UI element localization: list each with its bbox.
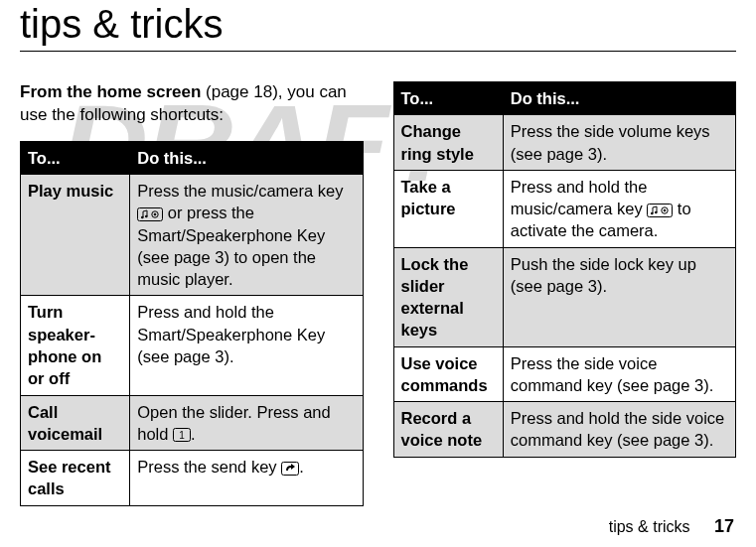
intro-bold: From the home screen bbox=[20, 82, 201, 101]
cell-to: Call voicemail bbox=[21, 395, 130, 451]
shortcuts-table-left: To... Do this... Play musicPress the mus… bbox=[20, 141, 364, 506]
page-title: tips & tricks bbox=[20, 0, 736, 52]
svg-text:1: 1 bbox=[179, 430, 185, 441]
send-key-icon bbox=[281, 462, 299, 476]
th-do: Do this... bbox=[503, 82, 735, 115]
table-row: Use voice commandsPress the side voice c… bbox=[393, 346, 736, 402]
svg-point-4 bbox=[154, 213, 157, 216]
right-column: To... Do this... Change ring stylePress … bbox=[393, 81, 737, 506]
cell-to: Change ring style bbox=[393, 115, 503, 171]
cell-do: Press the send key . bbox=[130, 451, 363, 506]
table-row: Play musicPress the music/camera key or … bbox=[21, 175, 364, 296]
svg-point-12 bbox=[664, 208, 667, 211]
cell-do: Press and hold the side voice command ke… bbox=[503, 402, 735, 458]
table-row: See recent callsPress the send key . bbox=[21, 451, 364, 506]
music-camera-icon bbox=[647, 204, 673, 217]
table-row: Change ring stylePress the side volume k… bbox=[393, 115, 736, 171]
table-row: Turn speaker-phone on or offPress and ho… bbox=[21, 296, 364, 395]
svg-point-1 bbox=[141, 216, 144, 219]
cell-to: Turn speaker-phone on or off bbox=[21, 296, 130, 395]
svg-point-10 bbox=[655, 210, 658, 213]
cell-to: Record a voice note bbox=[393, 402, 503, 458]
svg-rect-0 bbox=[138, 208, 163, 221]
th-do: Do this... bbox=[130, 141, 363, 174]
svg-point-2 bbox=[145, 215, 148, 218]
key-1-icon: 1 bbox=[173, 428, 191, 442]
cell-do: Press the side volume keys (see page 3). bbox=[503, 115, 735, 171]
intro-text: From the home screen (page 18), you can … bbox=[20, 81, 364, 127]
cell-do: Press the music/camera key or press the … bbox=[130, 175, 363, 296]
table-row: Lock the slider external keysPush the si… bbox=[393, 247, 736, 346]
left-column: From the home screen (page 18), you can … bbox=[20, 81, 364, 506]
shortcuts-table-right: To... Do this... Change ring stylePress … bbox=[393, 81, 737, 458]
music-camera-icon bbox=[137, 207, 163, 221]
footer-page-number: 17 bbox=[714, 516, 734, 536]
table-row: Record a voice notePress and hold the si… bbox=[393, 402, 736, 458]
table-row: Call voicemailOpen the slider. Press and… bbox=[21, 395, 364, 451]
th-to: To... bbox=[393, 82, 503, 115]
cell-to: See recent calls bbox=[21, 451, 130, 506]
table-row: Take a picturePress and hold the music/c… bbox=[393, 170, 736, 247]
page-footer: tips & tricks 17 bbox=[609, 516, 734, 537]
cell-to: Take a picture bbox=[393, 170, 503, 247]
th-to: To... bbox=[21, 141, 130, 174]
cell-do: Open the slider. Press and hold 1. bbox=[130, 395, 363, 451]
content-columns: From the home screen (page 18), you can … bbox=[20, 81, 736, 506]
cell-to: Use voice commands bbox=[393, 346, 503, 402]
cell-to: Play music bbox=[21, 175, 130, 296]
svg-rect-8 bbox=[648, 204, 673, 216]
cell-do: Press the side voice command key (see pa… bbox=[503, 346, 735, 402]
tbody-right: Change ring stylePress the side volume k… bbox=[393, 115, 736, 457]
cell-do: Press and hold the music/camera key to a… bbox=[503, 170, 735, 247]
svg-point-9 bbox=[651, 211, 654, 214]
tbody-left: Play musicPress the music/camera key or … bbox=[21, 175, 364, 505]
cell-do: Push the side lock key up (see page 3). bbox=[503, 247, 735, 346]
svg-rect-7 bbox=[282, 462, 299, 475]
cell-to: Lock the slider external keys bbox=[393, 247, 503, 346]
footer-label: tips & tricks bbox=[609, 518, 690, 535]
cell-do: Press and hold the Smart/Speakerphone Ke… bbox=[130, 296, 363, 395]
